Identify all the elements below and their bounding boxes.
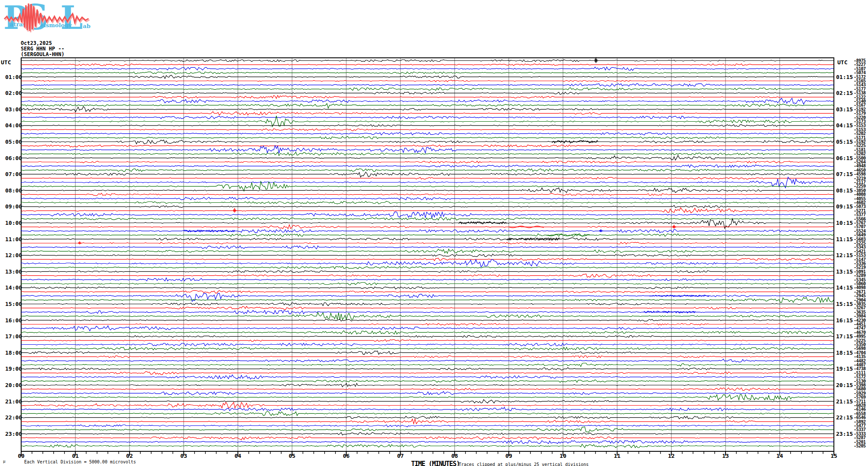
- event-spike: [78, 242, 82, 245]
- seismo-trace-row-92: [21, 432, 833, 435]
- seismo-trace-row-38: [21, 212, 833, 218]
- seismo-trace-row-58: [21, 293, 833, 302]
- left-hour-label: 20:00: [5, 382, 22, 388]
- seismo-trace-row-27: [21, 169, 833, 171]
- right-hour-label: 17:15: [836, 333, 853, 340]
- right-hour-label: 01:15: [836, 74, 853, 80]
- seismo-trace-row-0: [21, 60, 833, 62]
- right-hour-label: 08:15: [836, 187, 853, 194]
- seismo-trace-row-16: [21, 125, 833, 126]
- seismo-trace-row-14: [21, 116, 833, 119]
- right-hour-label: 21:15: [836, 398, 853, 405]
- seismo-trace-row-79: [21, 380, 833, 382]
- seismo-trace-row-22: [21, 145, 833, 153]
- seismo-trace-row-33: [21, 193, 833, 196]
- left-hour-label: 12:00: [5, 252, 22, 258]
- seismo-trace-row-69: [21, 340, 833, 341]
- left-hour-label: 15:00: [5, 301, 22, 307]
- minute-label: 14: [776, 453, 783, 459]
- seismo-trace-row-90: [21, 425, 833, 427]
- seismo-trace-row-93: [21, 437, 833, 440]
- seismo-trace-row-82: [21, 391, 833, 395]
- left-hour-label: 11:00: [5, 236, 22, 242]
- seismogram-plot: [0, 0, 868, 466]
- minute-label: 05: [289, 453, 296, 459]
- seismo-trace-row-77: [21, 372, 833, 375]
- right-hour-label: 15:15: [836, 301, 853, 307]
- seismo-trace-row-64: [21, 319, 833, 321]
- left-hour-label: 13:00: [5, 268, 22, 275]
- seismo-trace-row-26: [21, 165, 833, 167]
- seismo-trace-row-54: [21, 278, 833, 281]
- right-hour-label: 19:15: [836, 365, 853, 372]
- minute-label: 03: [181, 453, 187, 459]
- minute-label: 08: [451, 453, 458, 459]
- seismo-trace-row-81: [21, 388, 833, 390]
- seismo-trace-row-35: [21, 202, 833, 204]
- seismo-trace-row-46: [21, 246, 833, 249]
- right-hour-label: 16:15: [836, 317, 853, 324]
- corner-glyph: μ: [3, 459, 5, 463]
- right-hour-label: 20:15: [836, 382, 853, 388]
- seismo-trace-row-29: [21, 177, 833, 179]
- seismo-trace-row-88: [21, 416, 833, 419]
- seismo-trace-row-25: [21, 161, 833, 163]
- minute-label: 02: [126, 453, 133, 459]
- seismo-trace-row-86: [21, 407, 833, 411]
- right-hour-label: 18:15: [836, 350, 853, 356]
- seismo-trace-row-59: [21, 297, 833, 302]
- seismo-trace-row-6: [21, 84, 833, 86]
- seismo-trace-row-95: [21, 444, 833, 448]
- right-hour-label: 13:15: [836, 268, 853, 275]
- left-hour-label: 07:00: [5, 171, 22, 177]
- right-hour-label: 03:15: [836, 106, 853, 113]
- left-hour-label: 19:00: [5, 365, 22, 372]
- seismo-trace-row-10: [21, 98, 833, 104]
- seismo-trace-row-36: [21, 205, 833, 208]
- seismo-trace-row-78: [21, 375, 833, 379]
- seismo-trace-row-84: [21, 400, 833, 403]
- scale-note: Each Vertical Division = 5000.00 microvo…: [24, 460, 136, 464]
- left-hour-label: 06:00: [5, 155, 22, 161]
- seismo-trace-row-9: [21, 95, 833, 98]
- seismo-trace-row-57: [21, 290, 833, 293]
- seismo-trace-row-74: [21, 359, 833, 362]
- seismo-trace-row-43: [21, 234, 833, 236]
- seismo-trace-row-41: [21, 225, 833, 229]
- left-hour-label: 10:00: [5, 220, 22, 226]
- seismo-trace-row-24: [21, 155, 833, 160]
- trace-offset-value: -5205: [854, 444, 866, 448]
- seismo-trace-row-2: [21, 67, 833, 70]
- seismo-trace-row-56: [21, 287, 833, 289]
- seismo-trace-row-42: [21, 229, 833, 233]
- seismo-trace-row-67: [21, 331, 833, 334]
- seismo-trace-row-94: [21, 441, 833, 444]
- left-hour-label: 22:00: [5, 414, 22, 421]
- seismo-trace-row-11: [21, 104, 833, 108]
- seismo-trace-row-28: [21, 172, 833, 177]
- seismo-trace-row-80: [21, 384, 833, 387]
- seismo-trace-row-12: [21, 107, 833, 112]
- minute-label: 01: [72, 453, 79, 459]
- right-hour-label: 04:15: [836, 122, 853, 129]
- left-hour-label: 18:00: [5, 350, 22, 356]
- seismo-trace-row-65: [21, 324, 833, 325]
- seismo-trace-row-72: [21, 351, 833, 354]
- seismo-trace-row-18: [21, 132, 833, 135]
- seismo-trace-row-89: [21, 419, 833, 424]
- seismo-trace-row-8: [21, 92, 833, 94]
- clip-note: Traces clipped at plus/minus 25 vertical…: [459, 462, 589, 466]
- seismo-trace-row-61: [21, 306, 833, 310]
- left-hour-label: 21:00: [5, 398, 22, 405]
- right-hour-label: 10:15: [836, 220, 853, 226]
- right-hour-label: 23:15: [836, 431, 853, 437]
- left-hour-label: 05:00: [5, 139, 22, 145]
- minute-label: 11: [614, 453, 621, 459]
- minute-label: 04: [234, 453, 241, 459]
- x-axis-title: TIME (MINUTES): [411, 460, 459, 466]
- left-hour-label: 16:00: [5, 317, 22, 324]
- seismo-trace-row-39: [21, 217, 833, 220]
- seismo-trace-row-31: [21, 182, 833, 191]
- seismo-trace-row-7: [21, 88, 833, 90]
- seismo-trace-row-50: [21, 260, 833, 267]
